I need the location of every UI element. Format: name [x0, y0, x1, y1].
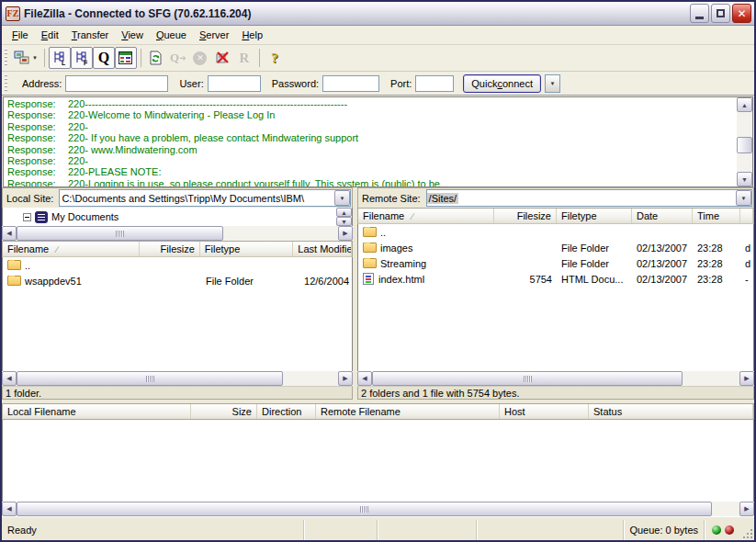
scroll-track[interactable]: [17, 226, 338, 241]
password-input[interactable]: [322, 75, 379, 92]
tree-collapse-icon[interactable]: [23, 213, 31, 221]
scroll-thumb[interactable]: [17, 502, 712, 516]
scroll-track[interactable]: [372, 371, 739, 386]
help-button[interactable]: ?: [264, 47, 286, 69]
remote-row-images[interactable]: images File Folder 02/13/2007 23:28 d: [358, 240, 753, 255]
toolbar-grip[interactable]: [5, 49, 7, 67]
cancel-button[interactable]: ✕: [189, 47, 211, 69]
address-input[interactable]: [65, 75, 168, 92]
local-file-list[interactable]: .. wsappdev51 File Folder 12/6/2004: [2, 257, 353, 371]
scroll-thumb[interactable]: [737, 137, 752, 153]
chevron-down-icon: ▼: [549, 81, 555, 86]
queue-col-status[interactable]: Status: [589, 404, 753, 419]
site-manager-button[interactable]: ▼: [11, 47, 40, 69]
local-col-filetype[interactable]: Filetype: [200, 242, 293, 256]
menu-server[interactable]: Server: [193, 28, 235, 42]
menu-edit[interactable]: Edit: [35, 28, 65, 42]
scroll-thumb[interactable]: [372, 371, 683, 386]
arrow-up-icon: ▲: [341, 209, 347, 216]
queue-col-host[interactable]: Host: [500, 404, 589, 419]
reconnect-button[interactable]: R: [233, 47, 255, 69]
remote-col-date[interactable]: Date: [632, 209, 693, 223]
scroll-up-button[interactable]: ▲: [737, 97, 752, 112]
close-button[interactable]: ✕: [732, 4, 751, 23]
disconnect-button[interactable]: [211, 47, 233, 69]
menu-view[interactable]: View: [115, 28, 150, 42]
local-col-filename[interactable]: Filename∕: [3, 242, 140, 256]
message-log-icon: [118, 51, 132, 64]
remote-col-time[interactable]: Time: [693, 209, 740, 223]
toggle-message-log-button[interactable]: [115, 47, 137, 69]
queue-hscrollbar[interactable]: ◀ ▶: [2, 502, 754, 516]
port-input[interactable]: [415, 75, 454, 92]
remote-site-combobox[interactable]: /Sites/ ▼: [426, 189, 752, 207]
scroll-down-button[interactable]: ▼: [336, 217, 352, 226]
local-list-hscrollbar[interactable]: ◀ ▶: [2, 371, 353, 386]
quickconnect-grip[interactable]: [5, 74, 7, 93]
scroll-thumb[interactable]: [17, 371, 283, 386]
queue-col-size[interactable]: Size: [191, 404, 257, 419]
remote-site-dropdown-button[interactable]: ▼: [736, 190, 751, 206]
remote-list-hscrollbar[interactable]: ◀ ▶: [357, 371, 754, 386]
scroll-down-button[interactable]: ▼: [737, 172, 752, 186]
local-col-modified[interactable]: Last Modified: [293, 242, 352, 256]
remote-col-permissions[interactable]: [740, 209, 753, 223]
refresh-button[interactable]: [145, 47, 167, 69]
scroll-track[interactable]: [17, 371, 338, 386]
remote-col-filename[interactable]: Filename∕: [358, 209, 494, 223]
remote-file-list[interactable]: .. images File Folder 02/13/2007 23:28 d…: [357, 224, 754, 371]
scroll-left-button[interactable]: ◀: [2, 226, 17, 241]
quickconnect-dropdown-button[interactable]: ▼: [545, 74, 560, 93]
scroll-right-button[interactable]: ▶: [338, 226, 353, 241]
help-icon: ?: [271, 51, 278, 66]
queue-col-remote-filename[interactable]: Remote Filename: [316, 404, 500, 419]
scroll-left-button[interactable]: ◀: [2, 502, 17, 516]
remote-row-streaming[interactable]: Streaming File Folder 02/13/2007 23:28 d: [358, 255, 753, 271]
user-input[interactable]: [208, 75, 261, 92]
local-row-wsappdev51[interactable]: wsappdev51 File Folder 12/6/2004: [3, 273, 352, 288]
resize-grip[interactable]: [741, 527, 754, 540]
menu-transfer[interactable]: Transfer: [65, 28, 116, 42]
scroll-right-button[interactable]: ▶: [338, 371, 353, 386]
queue-col-direction[interactable]: Direction: [257, 404, 316, 419]
scroll-track[interactable]: [17, 502, 739, 516]
message-log-lines[interactable]: Response:220----------------------------…: [4, 97, 737, 186]
toggle-remote-tree-icon: F: [74, 51, 89, 65]
toggle-queue-icon: Q: [98, 50, 109, 66]
tree-item-my-documents[interactable]: My Documents: [3, 208, 336, 226]
scroll-left-button[interactable]: ◀: [2, 371, 17, 386]
process-queue-button[interactable]: Q ➜: [167, 47, 189, 69]
maximize-icon: [717, 9, 725, 17]
minimize-button[interactable]: [690, 4, 709, 23]
local-row-parent[interactable]: ..: [3, 257, 352, 273]
log-vertical-scrollbar[interactable]: ▲ ▼: [737, 97, 752, 186]
log-row: Response:220-: [7, 155, 737, 166]
local-site-combobox[interactable]: C:\Documents and Settings\Tripp\My Docum…: [59, 189, 351, 207]
scroll-right-button[interactable]: ▶: [739, 502, 754, 516]
remote-row-parent[interactable]: ..: [358, 224, 753, 240]
title-bar[interactable]: FZ FileZilla - Connected to SFG (70.62.1…: [2, 2, 754, 26]
toggle-queue-button[interactable]: Q: [93, 47, 115, 69]
menu-file[interactable]: File: [6, 28, 35, 42]
remote-col-filesize[interactable]: Filesize: [494, 209, 557, 223]
queue-list[interactable]: [2, 420, 754, 502]
menu-help[interactable]: Help: [235, 28, 269, 42]
remote-col-filetype[interactable]: Filetype: [557, 209, 632, 223]
quickconnect-button[interactable]: Quickconnect: [463, 74, 541, 93]
menu-queue[interactable]: Queue: [150, 28, 193, 42]
local-site-dropdown-button[interactable]: ▼: [334, 190, 350, 206]
scroll-track[interactable]: [737, 112, 752, 172]
scroll-thumb[interactable]: [17, 226, 223, 241]
local-col-filesize[interactable]: Filesize: [140, 242, 200, 256]
queue-col-local-filename[interactable]: Local Filename: [3, 404, 191, 419]
remote-row-index-html[interactable]: index.html 5754 HTML Docu... 02/13/2007 …: [358, 271, 753, 287]
led-receive-icon: [725, 525, 734, 535]
local-tree-hscrollbar[interactable]: ◀ ▶: [2, 226, 353, 241]
toggle-local-tree-button[interactable]: L: [49, 47, 71, 69]
toggle-remote-tree-button[interactable]: F: [71, 47, 93, 69]
scroll-left-button[interactable]: ◀: [357, 371, 372, 386]
scroll-right-button[interactable]: ▶: [739, 371, 754, 386]
maximize-button[interactable]: [711, 4, 730, 23]
scroll-up-button[interactable]: ▲: [336, 208, 352, 217]
local-tree-scrollbar[interactable]: ▲ ▼: [336, 208, 352, 226]
